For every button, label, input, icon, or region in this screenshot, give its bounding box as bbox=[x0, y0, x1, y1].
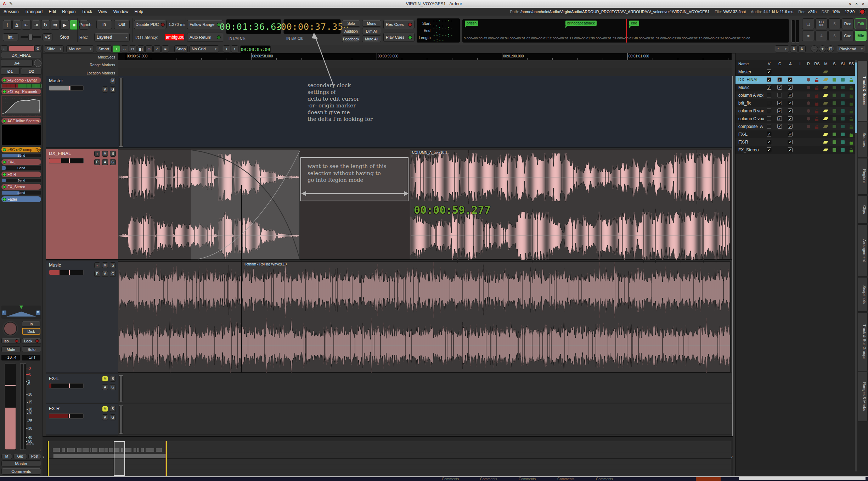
track-list-row-music[interactable]: Music✓✓✓ bbox=[735, 84, 856, 91]
ruler-row-bg[interactable] bbox=[118, 68, 732, 77]
panic-button[interactable]: ! bbox=[3, 20, 12, 30]
side-tab-sources[interactable]: Sources bbox=[858, 122, 868, 157]
solo-safe-lock-icon[interactable] bbox=[850, 142, 853, 145]
track-gain-bar[interactable] bbox=[49, 85, 84, 91]
track-list-row-column-b-vox[interactable]: column B vox✓✓ bbox=[735, 107, 856, 115]
output-button[interactable]: Master bbox=[1, 460, 41, 466]
summary-scroll-right[interactable]: › bbox=[731, 454, 733, 459]
row-name[interactable]: column C vox bbox=[738, 116, 764, 121]
record-arm-button[interactable]: ● bbox=[94, 151, 100, 157]
monitor-knob[interactable] bbox=[4, 322, 17, 335]
snap-button[interactable]: Snap bbox=[174, 45, 188, 52]
mute-icon[interactable] bbox=[823, 125, 828, 128]
track-gain-bar[interactable] bbox=[49, 158, 84, 163]
col-si[interactable]: SI bbox=[839, 62, 846, 66]
mute-icon[interactable] bbox=[823, 102, 828, 105]
processor-fx-r[interactable]: FX-R bbox=[1, 172, 41, 177]
solo-safe-lock-icon[interactable] bbox=[850, 127, 853, 129]
timeline-marker[interactable]: end bbox=[629, 21, 639, 26]
row-name[interactable]: column B vox bbox=[738, 108, 764, 113]
solo-button[interactable]: S bbox=[110, 151, 116, 157]
checkbox-a[interactable]: ✓ bbox=[788, 93, 793, 97]
solo-lock-button[interactable]: Lock bbox=[22, 338, 41, 344]
metronome-button[interactable]: ∆ bbox=[12, 20, 21, 30]
summary-view-rect[interactable] bbox=[114, 441, 125, 476]
solo-safe-lock-icon[interactable] bbox=[850, 150, 853, 152]
track-list-row-column-c-vox[interactable]: column C vox✓✓ bbox=[735, 115, 856, 123]
play-button[interactable]: ▶ bbox=[60, 20, 69, 30]
track-header-fx-l[interactable]: FX-LMSAG bbox=[46, 374, 118, 403]
monitor-feedback-button[interactable]: Feedback bbox=[342, 35, 360, 42]
grid-dropdown[interactable]: No Grid▾ bbox=[189, 45, 219, 52]
track-header-music[interactable]: Music●MSPAG bbox=[46, 261, 118, 373]
solo-isolate-icon[interactable] bbox=[841, 86, 845, 89]
solo-button[interactable]: S bbox=[110, 376, 116, 382]
processor-fx-stereo[interactable]: FX_Stereo bbox=[1, 184, 41, 190]
checkbox-c[interactable]: ✓ bbox=[777, 101, 782, 105]
timeline-marker[interactable]: bringdabeatback bbox=[565, 21, 597, 26]
send-fader[interactable]: Send bbox=[1, 166, 41, 170]
shuttle-slider[interactable] bbox=[21, 36, 41, 38]
playlist-button[interactable]: P bbox=[94, 159, 100, 165]
solo-icon[interactable] bbox=[833, 109, 836, 113]
vari-speed-button[interactable]: VS bbox=[43, 33, 52, 41]
disable-pdc-button[interactable]: Disable PDC bbox=[134, 20, 167, 29]
checkbox-c[interactable]: ✓ bbox=[777, 116, 782, 121]
rec-enable-icon[interactable] bbox=[807, 117, 810, 121]
col-s[interactable]: S bbox=[831, 62, 838, 66]
rec-safe-lock-icon[interactable] bbox=[815, 95, 818, 98]
mouse-mode-dropdown[interactable]: Mouse▾ bbox=[66, 45, 94, 52]
cue-tab[interactable]: Cue bbox=[841, 30, 854, 41]
mute-button[interactable]: M bbox=[102, 262, 108, 268]
record-indicator-led[interactable] bbox=[859, 9, 865, 15]
rec-enable-icon[interactable] bbox=[807, 94, 810, 97]
group-button[interactable]: G bbox=[110, 271, 116, 277]
side-tab-snapshots[interactable]: Snapshots bbox=[858, 277, 868, 312]
auto-return-button[interactable]: Auto Return bbox=[187, 33, 223, 42]
solo-isolate-icon[interactable] bbox=[841, 140, 845, 144]
solo-safe-lock-icon[interactable] bbox=[850, 111, 853, 113]
processor-active-led[interactable] bbox=[3, 148, 6, 151]
rec-safe-lock-icon[interactable] bbox=[815, 80, 818, 82]
phase-1-button[interactable]: Ø1 bbox=[1, 68, 19, 75]
edit-mode-dropdown[interactable]: Slide▾ bbox=[44, 45, 64, 52]
send-fader[interactable]: Send bbox=[1, 153, 41, 158]
strip-hide-icon[interactable]: ⊘ bbox=[34, 45, 41, 51]
track-list-row-brit-fix[interactable]: brit_fix✓✓ bbox=[735, 99, 856, 107]
record-arm-button[interactable]: ● bbox=[94, 262, 100, 268]
summary-view[interactable] bbox=[47, 441, 731, 477]
processor--sc-x42-comp-dyna[interactable]: >SC x42-comp - Dyna bbox=[1, 147, 41, 152]
grid-tool-button[interactable]: ⊕ bbox=[145, 45, 153, 52]
rec-safe-lock-icon[interactable] bbox=[815, 103, 818, 106]
marker-dropdown[interactable]: *▾ bbox=[775, 45, 789, 52]
peak-display[interactable]: -inf bbox=[22, 355, 40, 360]
checkbox-c[interactable]: ✓ bbox=[777, 77, 782, 82]
track-list-row-dx-final[interactable]: DX_FINAL✓✓✓ bbox=[735, 76, 856, 84]
list-scrollbar-thumb[interactable] bbox=[855, 62, 857, 133]
cc-pa-button[interactable]: CCPA bbox=[815, 18, 828, 29]
rec-mode-dropdown[interactable]: Layered▾ bbox=[94, 33, 130, 41]
mute-button[interactable]: Mute bbox=[1, 346, 21, 352]
mute-icon[interactable] bbox=[823, 149, 828, 151]
rec-enable-icon[interactable] bbox=[807, 78, 810, 82]
stretch-tool-button[interactable]: ◧ bbox=[137, 45, 145, 52]
row-name[interactable]: Music bbox=[738, 85, 749, 90]
rec-enable-icon[interactable] bbox=[807, 109, 810, 113]
wave-icon[interactable]: ≈ bbox=[802, 30, 815, 41]
solo-icon[interactable] bbox=[833, 94, 836, 97]
eq-curve-display[interactable] bbox=[1, 95, 41, 117]
track-header-master[interactable]: MasterMAG bbox=[46, 76, 118, 148]
mute-button[interactable]: M bbox=[102, 151, 108, 157]
edit-tab[interactable]: Edit bbox=[855, 18, 867, 29]
processor-active-led[interactable] bbox=[3, 119, 6, 123]
menu-view[interactable]: View bbox=[98, 9, 107, 14]
goto-end-button[interactable]: ⇥ bbox=[32, 20, 40, 30]
col-m[interactable]: M bbox=[822, 62, 829, 66]
solo-safe-lock-icon[interactable] bbox=[850, 119, 853, 121]
monitor-input-button[interactable]: In bbox=[22, 321, 40, 327]
cut-tool-button[interactable]: ✂ bbox=[129, 45, 136, 52]
solo-iso-button[interactable]: Iso bbox=[1, 338, 21, 344]
processor-x42-comp-dynar[interactable]: x42-comp - Dynar bbox=[1, 77, 41, 83]
zoom-focus-dropdown[interactable]: Playhead▾ bbox=[837, 45, 865, 52]
menu-session[interactable]: Session bbox=[4, 9, 19, 14]
